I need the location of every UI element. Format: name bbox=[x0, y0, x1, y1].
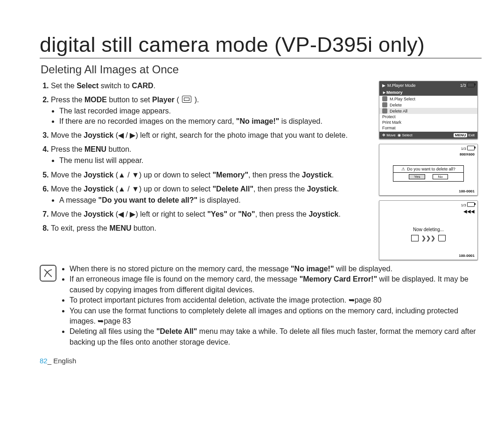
screen-menu: ▶M.Player Mode 1/3 ►Memory M.Play Select… bbox=[379, 81, 478, 139]
fast-rewind-indicator: ◀◀◀ bbox=[379, 209, 477, 216]
sub-bullets: A message "Do you want to delete all?" i… bbox=[51, 195, 371, 205]
move-icon: ✥ bbox=[382, 133, 385, 137]
step-2: Press the MODE button to set Player ( ).… bbox=[51, 95, 371, 127]
text: Set the bbox=[51, 82, 77, 90]
menu-item-label: Delete All bbox=[390, 109, 407, 113]
picture-icon bbox=[411, 235, 419, 241]
progress-row: ❯❯❯ bbox=[379, 235, 477, 253]
trash-all-icon bbox=[382, 108, 387, 113]
screenshots-column: ▶M.Player Mode 1/3 ►Memory M.Play Select… bbox=[379, 81, 482, 260]
text: , then press the bbox=[255, 210, 309, 218]
step-1: Set the Select switch to CARD. bbox=[51, 81, 371, 91]
separator: _ bbox=[48, 357, 54, 365]
menu-item-label: Delete bbox=[390, 103, 402, 107]
page-footer: 82_ English bbox=[40, 357, 482, 365]
menu-item: Print Mark bbox=[379, 120, 477, 125]
page-title: digital still camera mode (VP-D395i only… bbox=[40, 33, 482, 58]
bullet: If there are no recorded images on the m… bbox=[59, 116, 371, 127]
text: will be displayed. bbox=[334, 265, 392, 273]
instructions-column: Set the Select switch to CARD. Press the… bbox=[40, 81, 371, 260]
text-bold: Joystick bbox=[84, 185, 113, 193]
text: ). bbox=[192, 96, 199, 104]
menu-item-selected: Delete All bbox=[379, 108, 477, 114]
text: A message bbox=[59, 196, 98, 204]
text: Move the bbox=[51, 210, 84, 218]
text: switch to bbox=[98, 82, 132, 90]
sub-bullets: The menu list will appear. bbox=[51, 155, 371, 166]
note: When there is no stored picture on the m… bbox=[70, 264, 482, 274]
step-8: To exit, press the MENU button. bbox=[51, 223, 371, 233]
exit-label: Exit bbox=[469, 133, 475, 137]
menu-item: Format bbox=[379, 125, 477, 131]
battery-icon bbox=[467, 146, 475, 150]
menu-item-label: Format bbox=[382, 126, 396, 130]
text: Press the bbox=[51, 96, 84, 104]
text-bold: Joystick bbox=[84, 171, 113, 179]
text: When there is no stored picture on the m… bbox=[70, 265, 291, 273]
mode-label: M.Player Mode bbox=[387, 83, 416, 88]
text-bold: Joystick bbox=[307, 185, 337, 193]
now-deleting-label: Now deleting... bbox=[379, 216, 477, 235]
menu-badge: MENU bbox=[454, 133, 468, 137]
image-number: 100-0001 bbox=[379, 253, 477, 260]
step-7: Move the Joystick (◀ / ▶) left or right … bbox=[51, 209, 371, 219]
resolution-row: 800X600 bbox=[379, 152, 477, 158]
trash-icon bbox=[382, 102, 387, 107]
text: Move the bbox=[51, 185, 84, 193]
text-bold: "Memory" bbox=[213, 171, 249, 179]
yes-button: Yes bbox=[409, 174, 425, 179]
text-bold: Player bbox=[152, 96, 175, 104]
text-bold: Joystick bbox=[84, 210, 113, 218]
text-bold: "Delete All" bbox=[156, 327, 197, 335]
text: , then press the bbox=[248, 171, 302, 179]
text: . bbox=[154, 82, 155, 90]
text-bold: "Delete All" bbox=[213, 185, 254, 193]
status-bar: 1/3 bbox=[379, 144, 477, 152]
active-tab: ►Memory bbox=[379, 89, 477, 96]
menu-item-label: Protect bbox=[382, 114, 396, 119]
step-5: Move the Joystick (▲ / ▼) up or down to … bbox=[51, 170, 371, 180]
bullet: A message "Do you want to delete all?" i… bbox=[59, 195, 371, 205]
counter: 1/3 bbox=[461, 147, 466, 151]
manual-page: digital still camera mode (VP-D395i only… bbox=[0, 0, 504, 438]
step-3: Move the Joystick (◀ / ▶) left or right,… bbox=[51, 130, 371, 141]
steps-list: Set the Select switch to CARD. Press the… bbox=[40, 81, 371, 233]
battery-icon bbox=[467, 202, 475, 207]
text: is displayed. bbox=[279, 117, 322, 125]
text: If there are no recorded images on the m… bbox=[59, 117, 236, 125]
text: (◀ / ▶) left or right, search for the ph… bbox=[113, 131, 348, 139]
text: . bbox=[332, 171, 334, 179]
text-bold: Joystick bbox=[308, 210, 338, 218]
text: , then press the bbox=[253, 185, 307, 193]
note: You can use the format functions to comp… bbox=[70, 306, 482, 327]
notes-section: When there is no stored picture on the m… bbox=[40, 264, 482, 347]
notes-list: When there is no stored picture on the m… bbox=[61, 264, 482, 347]
text-bold: "Memory Card Error!" bbox=[300, 275, 377, 283]
select-label: Select bbox=[402, 133, 412, 137]
text: button. bbox=[106, 145, 131, 153]
card-icon bbox=[382, 96, 387, 101]
note: If an erroneous image file is found on t… bbox=[70, 274, 482, 295]
text-bold: MENU bbox=[84, 145, 106, 153]
menu-item: M.Play Select bbox=[379, 96, 477, 102]
trash-icon bbox=[438, 235, 446, 241]
text: Deleting all files using the bbox=[70, 327, 156, 335]
section-heading: Deleting All Images at Once bbox=[41, 63, 482, 76]
resolution-label: 800X600 bbox=[460, 152, 475, 156]
dialog-text: Do you want to delete all? bbox=[407, 167, 455, 171]
note: To protect important pictures from accid… bbox=[70, 295, 482, 305]
menu-item-label: M.Play Select bbox=[390, 97, 415, 101]
text: or bbox=[227, 210, 238, 218]
text: button to set bbox=[107, 96, 152, 104]
text: button. bbox=[132, 224, 156, 232]
screen-footer: ✥ Move ◉ Select MENU Exit bbox=[379, 132, 477, 139]
text-bold: CARD bbox=[132, 82, 153, 90]
screen-header: ▶M.Player Mode 1/3 bbox=[379, 81, 477, 89]
text-bold: "No" bbox=[238, 210, 255, 218]
text: Press the bbox=[51, 145, 84, 153]
bullet: The last recorded image appears. bbox=[59, 106, 371, 116]
move-label: Move bbox=[386, 133, 396, 137]
menu-item: Protect bbox=[379, 114, 477, 120]
player-mode-icon bbox=[182, 96, 191, 103]
menu-list: M.Play Select Delete Delete All Protect … bbox=[379, 96, 477, 132]
